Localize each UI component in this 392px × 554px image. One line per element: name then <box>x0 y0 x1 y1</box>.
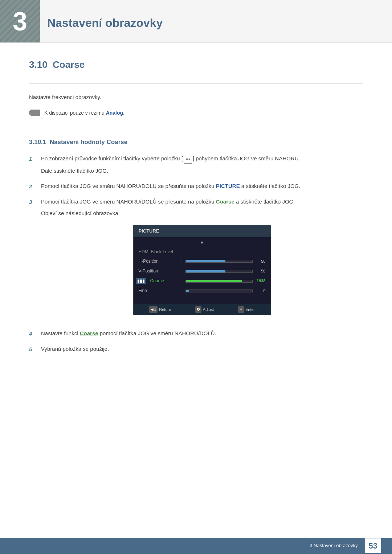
note-text-suffix: . <box>123 110 124 116</box>
step-4-text-after: pomocí tlačítka JOG ve směru NAHORU/DOLŮ… <box>98 330 216 336</box>
main-content: 3.10 Coarse Nastavte frekvenci obrazovky… <box>0 54 392 389</box>
menu-hposition-bar-container: 50 <box>185 258 266 265</box>
step-5-number: 5 <box>29 345 36 354</box>
step-5-text: Vybraná položka se použije. <box>41 345 363 353</box>
menu-sep-1: : <box>181 258 183 265</box>
step-4: 4 Nastavte funkci Coarse pomocí tlačítka… <box>29 329 363 338</box>
footer-return-label: Return <box>159 307 171 313</box>
menu-fine-bar-container: 0 <box>185 288 266 294</box>
footer-text: 3 Nastavení obrazovky <box>310 542 358 550</box>
menu-vposition-label: V-Position <box>139 268 179 275</box>
menu-sep-4: : <box>181 287 183 294</box>
jog-dot-3 <box>143 279 144 283</box>
menu-hdmi-label: HDMI Black Level <box>134 247 271 257</box>
step-4-text-before: Nastavte funkci <box>41 330 80 336</box>
subsection-title: 3.10.1 Nastavení hodnoty Coarse <box>29 137 363 147</box>
subsection-name: Nastavení hodnoty Coarse <box>50 139 127 145</box>
menu-coarse-value: 1938 <box>255 278 266 284</box>
step-2: 2 Pomocí tlačítka JOG ve směru NAHORU/DO… <box>29 182 363 191</box>
step-5: 5 Vybraná položka se použije. <box>29 345 363 354</box>
step-1-content: Po zobrazení průvodce funkčními tlačítky… <box>41 154 363 175</box>
chapter-header: 3 Nastavení obrazovky <box>0 0 392 43</box>
step-3-text-before: Pomocí tlačítka JOG ve směru NAHORU/DOLŮ… <box>41 198 216 205</box>
footer-adjust-label: Adjust <box>203 307 214 313</box>
menu-footer: ◀ 1 Return ❶ Adjust <box>134 304 271 315</box>
note-box: K dispozici pouze v režimu Analog. <box>29 109 363 117</box>
footer-adjust-icon: ❶ <box>195 306 201 313</box>
menu-row-vposition: V-Position : 50 <box>134 266 271 276</box>
step-4-number: 4 <box>29 329 36 338</box>
step-3-subtext: Objeví se následující obrazovka. <box>41 209 363 218</box>
step-1-subtext: Dále stiskněte tlačítko JOG. <box>41 167 363 175</box>
subsection-number: 3.10.1 <box>29 139 46 145</box>
section-name: Coarse <box>53 59 85 70</box>
section-title: 3.10 Coarse <box>29 57 363 73</box>
menu-coarse-bar-fill <box>186 280 242 282</box>
step-1-text-after: ] pohybem tlačítka JOG ve směru NAHORU. <box>193 155 300 161</box>
step-2-text-after: a stiskněte tlačítko JOG. <box>240 183 301 189</box>
step-2-highlight: PICTURE <box>216 183 240 189</box>
step-1-text: Po zobrazení průvodce funkčními tlačítky… <box>41 154 363 163</box>
note-text: K dispozici pouze v režimu Analog. <box>44 109 124 117</box>
return-num: 1 <box>154 307 156 312</box>
step-5-content: Vybraná položka se použije. <box>41 345 363 353</box>
menu-fine-value: 0 <box>255 288 266 294</box>
step-3: 3 Pomocí tlačítka JOG ve směru NAHORU/DO… <box>29 197 363 323</box>
menu-vposition-bar-container: 50 <box>185 268 266 275</box>
menu-row-hposition: H-Position : 50 <box>134 257 271 266</box>
divider-2 <box>29 128 363 128</box>
menu-hposition-label: H-Position <box>139 258 179 265</box>
step-3-content: Pomocí tlačítka JOG ve směru NAHORU/DOLŮ… <box>41 197 363 323</box>
menu-header-title: PICTURE <box>139 228 159 234</box>
menu-arrow: ▲ <box>134 237 271 247</box>
step-2-text-before: Pomocí tlačítka JOG ve směru NAHORU/DOLŮ… <box>41 183 216 189</box>
divider <box>29 83 363 84</box>
step-4-text: Nastavte funkci Coarse pomocí tlačítka J… <box>41 329 363 338</box>
intro-text: Nastavte frekvenci obrazovky. <box>29 93 363 102</box>
step-3-number: 3 <box>29 197 36 206</box>
menu-row-fine: Fine : 0 <box>134 286 271 296</box>
menu-hposition-bar-bg <box>185 260 253 263</box>
menu-fine-bar-bg <box>185 290 253 292</box>
footer-enter-icon: ↵ <box>238 306 244 313</box>
jog-dot-1 <box>138 279 139 283</box>
chapter-title: Nastavení obrazovky <box>47 7 392 36</box>
menu-hposition-bar-fill <box>186 260 226 262</box>
menu-spacer <box>134 296 271 302</box>
step-3-coarse: Coarse <box>216 198 234 205</box>
enter-arrow: ↵ <box>240 307 242 312</box>
step-2-content: Pomocí tlačítka JOG ve směru NAHORU/DOLŮ… <box>41 182 363 190</box>
steps-list: 1 Po zobrazení průvodce funkčními tlačít… <box>29 154 363 354</box>
menu-vposition-bar-bg <box>185 270 253 273</box>
footer-enter: ↵ Enter <box>238 306 255 313</box>
menu-hposition-value: 50 <box>255 258 266 265</box>
footer-return-icon: ◀ 1 <box>149 306 158 313</box>
note-text-before: K dispozici pouze v režimu <box>44 110 105 116</box>
step-3-text-after: a stiskněte tlačítko JOG. <box>234 198 295 205</box>
note-icon <box>29 110 40 116</box>
menu-header: PICTURE <box>134 225 271 238</box>
footer-adjust: ❶ Adjust <box>195 306 214 313</box>
jog-dot-2 <box>140 279 142 283</box>
step-4-content: Nastavte funkci Coarse pomocí tlačítka J… <box>41 329 363 338</box>
return-arrow: ◀ <box>151 307 154 312</box>
step-2-number: 2 <box>29 182 36 191</box>
jog-icon <box>136 278 146 284</box>
step-1-text-before: Po zobrazení průvodce funkčními tlačítky… <box>41 155 183 161</box>
step-4-coarse: Coarse <box>80 330 98 336</box>
chapter-number-block: 3 <box>0 0 40 42</box>
menu-coarse-bar-bg <box>185 280 253 283</box>
adjust-num: ❶ <box>197 307 200 312</box>
page-number: 53 <box>365 538 381 553</box>
footer-return: ◀ 1 Return <box>149 306 171 313</box>
menu-coarse-bar-container: 1938 <box>185 278 266 284</box>
step-3-text: Pomocí tlačítka JOG ve směru NAHORU/DOLŮ… <box>41 197 363 206</box>
step-5-text-content: Vybraná položka se použije. <box>41 346 109 352</box>
menu-sep-2: : <box>181 268 183 275</box>
step-2-text: Pomocí tlačítka JOG ve směru NAHORU/DOLŮ… <box>41 182 363 190</box>
chapter-number: 3 <box>13 8 27 34</box>
page-footer: 3 Nastavení obrazovky 53 <box>0 538 392 554</box>
menu-screenshot: PICTURE ▲ HDMI Black Level H-Position : … <box>133 225 271 316</box>
footer-enter-label: Enter <box>245 307 255 313</box>
menu-row-coarse: Coarse : 1938 <box>134 276 271 286</box>
